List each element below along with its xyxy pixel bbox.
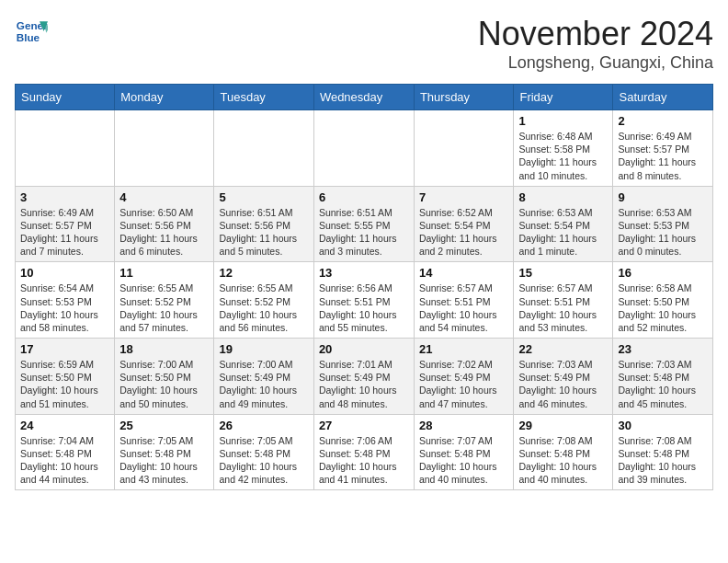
day-info: Sunrise: 7:03 AMSunset: 5:49 PMDaylight:… [518,358,608,410]
weekday-header-friday: Friday [514,85,613,110]
calendar-cell: 24Sunrise: 7:04 AMSunset: 5:48 PMDayligh… [16,414,115,490]
day-number: 11 [119,266,209,280]
day-number: 28 [419,419,509,432]
day-info: Sunrise: 7:08 AMSunset: 5:48 PMDaylight:… [518,434,608,487]
weekday-header-sunday: Sunday [16,85,115,110]
day-info: Sunrise: 6:56 AMSunset: 5:51 PMDaylight:… [319,282,409,334]
day-info: Sunrise: 7:07 AMSunset: 5:48 PMDaylight:… [419,434,509,487]
calendar-cell: 29Sunrise: 7:08 AMSunset: 5:48 PMDayligh… [514,414,613,490]
calendar-subtitle: Longsheng, Guangxi, China [478,53,713,73]
weekday-header-saturday: Saturday [613,85,713,110]
calendar-cell: 7Sunrise: 6:52 AMSunset: 5:54 PMDaylight… [414,186,514,262]
day-info: Sunrise: 7:00 AMSunset: 5:49 PMDaylight:… [219,358,308,410]
day-number: 25 [119,419,209,432]
calendar-cell: 12Sunrise: 6:55 AMSunset: 5:52 PMDayligh… [214,262,313,339]
calendar-cell: 9Sunrise: 6:53 AMSunset: 5:53 PMDaylight… [613,186,713,262]
calendar-cell [313,110,414,187]
day-info: Sunrise: 7:02 AMSunset: 5:49 PMDaylight:… [419,358,509,410]
calendar-cell: 6Sunrise: 6:51 AMSunset: 5:55 PMDaylight… [313,186,414,262]
logo: General Blue [15,15,48,48]
weekday-header-thursday: Thursday [414,85,514,110]
day-number: 24 [20,419,109,432]
calendar-cell: 15Sunrise: 6:57 AMSunset: 5:51 PMDayligh… [514,262,613,339]
calendar-cell: 13Sunrise: 6:56 AMSunset: 5:51 PMDayligh… [313,262,414,339]
logo-icon: General Blue [15,15,48,48]
day-info: Sunrise: 6:51 AMSunset: 5:55 PMDaylight:… [319,206,409,259]
day-info: Sunrise: 6:48 AMSunset: 5:58 PMDaylight:… [518,130,608,182]
day-info: Sunrise: 6:52 AMSunset: 5:54 PMDaylight:… [419,206,509,259]
calendar-cell: 27Sunrise: 7:06 AMSunset: 5:48 PMDayligh… [313,414,414,490]
calendar-cell: 2Sunrise: 6:49 AMSunset: 5:57 PMDaylight… [613,110,713,187]
day-number: 4 [119,190,209,204]
weekday-header-tuesday: Tuesday [214,85,313,110]
weekday-header-monday: Monday [115,85,214,110]
week-row-2: 3Sunrise: 6:49 AMSunset: 5:57 PMDaylight… [16,186,713,262]
week-row-1: 1Sunrise: 6:48 AMSunset: 5:58 PMDaylight… [16,110,713,187]
calendar-cell: 21Sunrise: 7:02 AMSunset: 5:49 PMDayligh… [414,339,514,415]
calendar-cell: 30Sunrise: 7:08 AMSunset: 5:48 PMDayligh… [613,414,713,490]
day-info: Sunrise: 6:54 AMSunset: 5:53 PMDaylight:… [20,282,109,334]
day-number: 26 [219,419,308,432]
calendar-cell: 26Sunrise: 7:05 AMSunset: 5:48 PMDayligh… [214,414,313,490]
day-info: Sunrise: 7:01 AMSunset: 5:49 PMDaylight:… [319,358,409,410]
day-info: Sunrise: 7:08 AMSunset: 5:48 PMDaylight:… [618,434,708,487]
svg-text:Blue: Blue [17,31,40,43]
day-number: 9 [618,190,708,204]
day-number: 12 [219,266,308,280]
calendar-cell: 14Sunrise: 6:57 AMSunset: 5:51 PMDayligh… [414,262,514,339]
day-number: 18 [119,342,209,356]
day-number: 29 [518,419,608,432]
day-number: 17 [20,342,109,356]
day-info: Sunrise: 6:57 AMSunset: 5:51 PMDaylight:… [518,282,608,334]
calendar-cell: 23Sunrise: 7:03 AMSunset: 5:48 PMDayligh… [613,339,713,415]
day-info: Sunrise: 6:58 AMSunset: 5:50 PMDaylight:… [618,282,708,334]
day-info: Sunrise: 6:50 AMSunset: 5:56 PMDaylight:… [119,206,209,259]
calendar-cell: 28Sunrise: 7:07 AMSunset: 5:48 PMDayligh… [414,414,514,490]
calendar-cell [16,110,115,187]
week-row-4: 17Sunrise: 6:59 AMSunset: 5:50 PMDayligh… [16,339,713,415]
day-info: Sunrise: 6:55 AMSunset: 5:52 PMDaylight:… [219,282,308,334]
calendar-cell: 17Sunrise: 6:59 AMSunset: 5:50 PMDayligh… [16,339,115,415]
day-number: 13 [319,266,409,280]
day-info: Sunrise: 7:04 AMSunset: 5:48 PMDaylight:… [20,434,109,487]
day-info: Sunrise: 7:05 AMSunset: 5:48 PMDaylight:… [219,434,308,487]
day-number: 21 [419,342,509,356]
day-info: Sunrise: 6:51 AMSunset: 5:56 PMDaylight:… [219,206,308,259]
day-info: Sunrise: 6:53 AMSunset: 5:54 PMDaylight:… [518,206,608,259]
day-info: Sunrise: 7:05 AMSunset: 5:48 PMDaylight:… [119,434,209,487]
day-number: 14 [419,266,509,280]
calendar-cell: 18Sunrise: 7:00 AMSunset: 5:50 PMDayligh… [115,339,214,415]
calendar-cell [414,110,514,187]
title-block: November 2024 Longsheng, Guangxi, China [478,15,713,73]
day-number: 1 [518,114,608,128]
week-row-5: 24Sunrise: 7:04 AMSunset: 5:48 PMDayligh… [16,414,713,490]
day-info: Sunrise: 6:57 AMSunset: 5:51 PMDaylight:… [419,282,509,334]
day-info: Sunrise: 6:55 AMSunset: 5:52 PMDaylight:… [119,282,209,334]
day-info: Sunrise: 6:49 AMSunset: 5:57 PMDaylight:… [20,206,109,259]
day-number: 23 [618,342,708,356]
calendar-cell: 8Sunrise: 6:53 AMSunset: 5:54 PMDaylight… [514,186,613,262]
day-number: 2 [618,114,708,128]
calendar-cell: 19Sunrise: 7:00 AMSunset: 5:49 PMDayligh… [214,339,313,415]
day-number: 7 [419,190,509,204]
day-number: 22 [518,342,608,356]
week-row-3: 10Sunrise: 6:54 AMSunset: 5:53 PMDayligh… [16,262,713,339]
calendar-cell [214,110,313,187]
day-info: Sunrise: 6:53 AMSunset: 5:53 PMDaylight:… [618,206,708,259]
calendar-cell: 3Sunrise: 6:49 AMSunset: 5:57 PMDaylight… [16,186,115,262]
day-number: 8 [518,190,608,204]
page-header: General Blue November 2024 Longsheng, Gu… [15,15,713,73]
day-number: 15 [518,266,608,280]
calendar-cell: 11Sunrise: 6:55 AMSunset: 5:52 PMDayligh… [115,262,214,339]
day-number: 20 [319,342,409,356]
weekday-header-row: SundayMondayTuesdayWednesdayThursdayFrid… [16,85,713,110]
calendar-cell: 25Sunrise: 7:05 AMSunset: 5:48 PMDayligh… [115,414,214,490]
day-info: Sunrise: 6:49 AMSunset: 5:57 PMDaylight:… [618,130,708,182]
day-info: Sunrise: 7:00 AMSunset: 5:50 PMDaylight:… [119,358,209,410]
day-number: 19 [219,342,308,356]
calendar-cell: 10Sunrise: 6:54 AMSunset: 5:53 PMDayligh… [16,262,115,339]
weekday-header-wednesday: Wednesday [313,85,414,110]
calendar-cell: 5Sunrise: 6:51 AMSunset: 5:56 PMDaylight… [214,186,313,262]
day-number: 27 [319,419,409,432]
calendar-title: November 2024 [478,15,713,53]
